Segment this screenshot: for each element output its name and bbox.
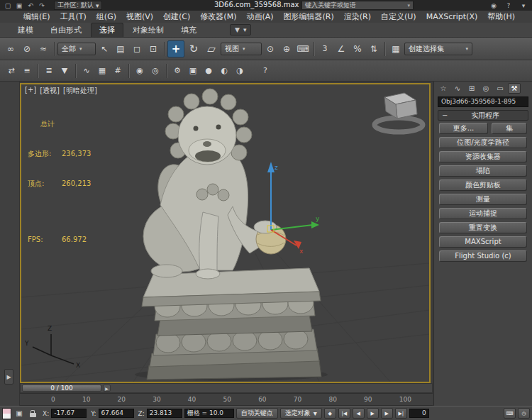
key-mode-toggle-icon[interactable]: ◆	[324, 408, 336, 419]
edit-named-selection-sets-icon[interactable]: ▦	[388, 41, 404, 57]
bind-to-space-warp-icon[interactable]: ≈	[35, 41, 51, 57]
ribbon-tab-populate[interactable]: 填充	[173, 23, 204, 37]
menu-modifiers[interactable]: 修改器(M)	[195, 11, 241, 22]
time-configuration-icon[interactable]: ◷	[518, 408, 530, 419]
object-name-field[interactable]: Obj3d66-359568-1-895	[438, 96, 528, 107]
stone-lion-statue[interactable]	[142, 89, 321, 380]
render-production-icon[interactable]: ●	[201, 64, 216, 78]
keyboard-entry-icon[interactable]: ⌨	[504, 408, 516, 419]
tab-hierarchy-icon[interactable]: ⊞	[465, 83, 478, 94]
listener-strip[interactable]	[3, 414, 11, 419]
perspective-viewport[interactable]: z y x X Y	[20, 83, 431, 383]
z-coord-field[interactable]: 23.813	[147, 409, 182, 418]
next-frame-icon[interactable]: ▶	[381, 408, 393, 419]
utility-flight-studio-button[interactable]: Flight Studio (c)	[439, 250, 527, 262]
help-button-icon[interactable]: ?	[258, 64, 272, 78]
selection-lock-icon[interactable]	[27, 408, 38, 419]
isolate-selection-icon[interactable]: ▣	[13, 408, 25, 419]
workspace-dropdown[interactable]: 工作区: 默认 ▾	[54, 1, 102, 10]
layer-explorer-icon[interactable]: ≣	[42, 64, 56, 78]
keyboard-override-icon[interactable]: ⌨	[295, 41, 311, 57]
selection-filter-dropdown[interactable]: 全部 ▾	[57, 43, 96, 55]
snaps-toggle-icon[interactable]: 3	[317, 41, 333, 57]
redo-icon[interactable]: ↷	[37, 1, 47, 10]
use-pivot-center-icon[interactable]: ⊙	[262, 41, 278, 57]
macro-recorder-strip[interactable]	[3, 409, 11, 414]
utility-bitmap-path-button[interactable]: 位图/光度学路径	[439, 137, 527, 148]
tab-modify-icon[interactable]: ∿	[451, 83, 464, 94]
schematic-view-icon[interactable]: #	[111, 64, 125, 78]
render-last-icon[interactable]: ◑	[233, 64, 247, 78]
menu-graph-editors[interactable]: 图形编辑器(R)	[279, 11, 339, 22]
reference-coordinate-dropdown[interactable]: 视图 ▾	[221, 43, 262, 55]
viewport-menu-pov[interactable]: [透视]	[40, 86, 60, 96]
search-box[interactable]: 键入关键字或短语 ▾	[301, 1, 414, 10]
tab-create-icon[interactable]: ☆	[437, 83, 450, 94]
open-panel-arrow-icon[interactable]: ▶	[4, 369, 13, 385]
play-button-icon[interactable]: ▶	[367, 408, 379, 419]
more-utilities-button[interactable]: 更多...	[439, 123, 488, 134]
select-and-manipulate-icon[interactable]: ⊕	[279, 41, 294, 57]
window-crossing-icon[interactable]: ⊡	[145, 41, 161, 57]
select-object-icon[interactable]: ↖	[96, 41, 112, 57]
view-cube[interactable]	[375, 93, 423, 132]
menu-views[interactable]: 视图(V)	[121, 11, 158, 22]
angle-snap-icon[interactable]: ∠	[333, 41, 349, 57]
select-and-scale-icon[interactable]: ▱	[203, 40, 220, 57]
viewport-menu-general[interactable]: [+]	[25, 86, 36, 96]
new-file-icon[interactable]: ▢	[3, 1, 13, 10]
menu-help[interactable]: 帮助(H)	[482, 11, 520, 22]
undo-icon[interactable]: ↶	[26, 1, 35, 10]
ribbon-tab-freeform[interactable]: 自由形式	[43, 23, 89, 37]
rendered-frame-window-icon[interactable]: ▣	[186, 64, 200, 78]
current-frame-field[interactable]: 0	[409, 409, 429, 418]
named-selection-sets-dropdown[interactable]: 创建选择集 ▾	[404, 43, 472, 55]
search-input[interactable]: 键入关键字或短语	[305, 1, 356, 10]
render-setup-icon[interactable]: ⚙	[170, 64, 184, 78]
menu-customize[interactable]: 自定义(U)	[376, 11, 421, 22]
utilities-rollout-header[interactable]: − 实用程序	[438, 110, 528, 121]
percent-snap-icon[interactable]: %	[350, 41, 365, 57]
menu-edit[interactable]: 编辑(E)	[18, 11, 55, 22]
utility-color-clipboard-button[interactable]: 颜色剪贴板	[439, 179, 527, 191]
sets-button[interactable]: 集	[492, 123, 527, 134]
curve-editor-icon[interactable]: ∿	[79, 64, 94, 78]
toggle-ribbon-icon[interactable]: ▼	[57, 64, 72, 78]
go-to-start-icon[interactable]: |◀	[338, 408, 350, 419]
ribbon-minimize-control[interactable]: ▼ ▾	[230, 24, 251, 35]
y-coord-field[interactable]: 67.664	[99, 409, 134, 418]
sign-in-icon[interactable]: ◉	[489, 1, 499, 10]
tab-utilities-icon[interactable]: ⚒	[508, 83, 521, 94]
save-icon[interactable]: ▣	[14, 1, 24, 10]
track-bar[interactable]: 0 10 20 30 40 50 60 70 80 90 100	[20, 393, 433, 406]
menu-animation[interactable]: 动画(A)	[241, 11, 278, 22]
go-to-end-icon[interactable]: ▶|	[395, 408, 407, 419]
menu-tools[interactable]: 工具(T)	[55, 11, 92, 22]
selection-region-icon[interactable]: ◻	[129, 41, 145, 57]
ribbon-tab-selection[interactable]: 选择	[91, 23, 123, 37]
select-by-name-icon[interactable]: ▤	[113, 41, 128, 57]
next-frame-arrow-icon[interactable]: ▶	[103, 385, 111, 392]
slate-material-editor-icon[interactable]: ◎	[148, 64, 162, 78]
unlink-selection-icon[interactable]: ⊘	[19, 41, 35, 57]
help-icon[interactable]: ?	[504, 1, 514, 10]
mirror-icon[interactable]: ⇄	[4, 64, 18, 78]
menu-group[interactable]: 组(G)	[92, 11, 121, 22]
viewport-menu-shading[interactable]: [明暗处理]	[63, 86, 97, 96]
utility-reset-xform-button[interactable]: 重置变换	[439, 222, 527, 233]
auto-key-button[interactable]: 自动关键点	[236, 408, 278, 419]
dope-sheet-icon[interactable]: ▦	[95, 64, 109, 78]
spinner-snap-icon[interactable]: ⇅	[366, 41, 382, 57]
key-filter-dropdown[interactable]: 选定对象▾	[280, 408, 322, 419]
select-and-link-icon[interactable]: ∞	[3, 41, 18, 57]
render-iterative-icon[interactable]: ◐	[217, 64, 231, 78]
utility-resource-collector-button[interactable]: 资源收集器	[439, 151, 527, 162]
utility-motion-capture-button[interactable]: 运动捕捉	[439, 208, 527, 219]
tab-motion-icon[interactable]: ◎	[480, 83, 492, 94]
select-and-move-icon[interactable]: +	[167, 40, 184, 57]
tab-display-icon[interactable]: ▭	[494, 83, 506, 94]
chevron-down-icon[interactable]: ▾	[519, 1, 528, 10]
menu-rendering[interactable]: 渲染(R)	[339, 11, 376, 22]
menu-create[interactable]: 创建(C)	[158, 11, 195, 22]
x-coord-field[interactable]: -17.67	[51, 409, 87, 418]
